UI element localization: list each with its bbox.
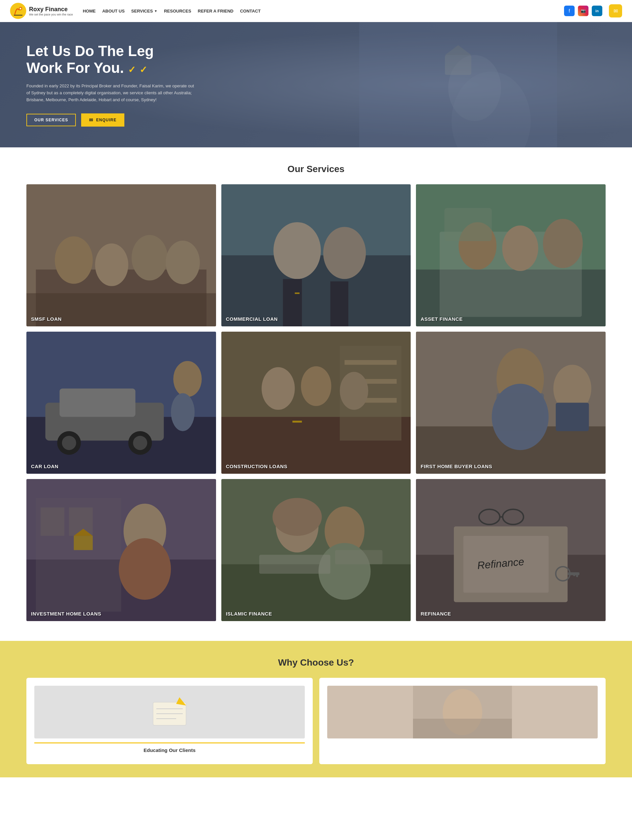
nav-refer[interactable]: REFER A FRIEND <box>198 9 234 14</box>
chevron-down-icon: ▼ <box>154 9 157 13</box>
svg-rect-5 <box>445 55 471 75</box>
logo-name: Roxy Finance <box>29 6 73 13</box>
refinance-label: REFINANCE <box>421 611 451 616</box>
hero-description: Founded in early 2022 by its Principal B… <box>26 83 198 103</box>
hero-decorative-image <box>284 22 632 147</box>
nav-about[interactable]: ABOUT US <box>102 9 125 14</box>
linkedin-icon[interactable]: in <box>592 6 602 16</box>
hero-section: Let Us Do The Leg Work For You. ✓ ✓ Foun… <box>0 22 632 147</box>
construction-label: CONSTRUCTION LOANS <box>226 464 288 469</box>
investment-label: INVESTMENT HOME LOANS <box>31 611 101 616</box>
asset-label: ASSET FINANCE <box>421 316 463 322</box>
islamic-overlay <box>221 479 411 621</box>
why-card-educating: Educating Our Clients <box>26 678 313 764</box>
why-card-image <box>34 686 305 739</box>
enquire-button[interactable]: ✉ ENQUIRE <box>81 114 124 126</box>
logo-tagline: We set the pace you win the race <box>29 13 73 16</box>
service-card-construction[interactable]: CONSTRUCTION LOANS <box>221 332 411 474</box>
service-card-smsf[interactable]: SMSF LOAN <box>26 184 216 326</box>
islamic-label: ISLAMIC FINANCE <box>226 611 272 616</box>
hero-buttons: OUR SERVICES ✉ ENQUIRE <box>26 114 198 126</box>
why-image2-svg <box>327 686 598 739</box>
service-card-car[interactable]: CAR LOAN <box>26 332 216 474</box>
why-section: Why Choose Us? Educating Our Clients <box>0 641 632 777</box>
instagram-icon[interactable]: 📷 <box>578 6 588 16</box>
nav-home[interactable]: HOME <box>83 9 96 14</box>
commercial-overlay <box>221 184 411 326</box>
smsf-label: SMSF LOAN <box>31 316 62 322</box>
svg-rect-92 <box>413 719 512 739</box>
why-card-image2 <box>319 678 606 764</box>
nav-resources[interactable]: RESOURCES <box>164 9 191 14</box>
asset-overlay <box>416 184 606 326</box>
car-label: CAR LOAN <box>31 464 59 469</box>
navbar: Roxy Finance We set the pace you win the… <box>0 0 632 22</box>
service-card-islamic[interactable]: ISLAMIC FINANCE <box>221 479 411 621</box>
construction-overlay <box>221 332 411 474</box>
service-card-firsthome[interactable]: FIRST HOME BUYER LOANS <box>416 332 606 474</box>
why-card-image2-placeholder <box>327 686 598 739</box>
hero-checkmarks: ✓ ✓ <box>128 60 147 76</box>
logo-text: Roxy Finance We set the pace you win the… <box>29 6 73 16</box>
hero-title: Let Us Do The Leg Work For You. ✓ ✓ <box>26 43 198 76</box>
hero-content: Let Us Do The Leg Work For You. ✓ ✓ Foun… <box>26 43 198 126</box>
refinance-overlay <box>416 479 606 621</box>
nav-links: HOME ABOUT US SERVICES ▼ RESOURCES REFER… <box>83 9 564 14</box>
logo[interactable]: Roxy Finance We set the pace you win the… <box>10 3 73 19</box>
smsf-overlay <box>26 184 216 326</box>
service-card-refinance[interactable]: Refinance REFINANCE <box>416 479 606 621</box>
facebook-icon[interactable]: f <box>564 6 575 16</box>
service-card-commercial[interactable]: COMMERCIAL LOAN <box>221 184 411 326</box>
commercial-label: COMMERCIAL LOAN <box>226 316 278 322</box>
envelope-icon: ✉ <box>89 117 93 123</box>
firsthome-label: FIRST HOME BUYER LOANS <box>421 464 492 469</box>
social-links: f 📷 in ✉ <box>564 4 622 17</box>
logo-icon <box>10 3 26 19</box>
firsthome-overlay <box>416 332 606 474</box>
our-services-button[interactable]: OUR SERVICES <box>26 114 76 126</box>
why-card-educating-title: Educating Our Clients <box>34 742 305 753</box>
checkmark-icon-1: ✓ <box>128 65 136 75</box>
service-card-asset[interactable]: ASSET FINANCE <box>416 184 606 326</box>
investment-overlay <box>26 479 216 621</box>
why-title: Why Choose Us? <box>26 657 606 668</box>
why-cards: Educating Our Clients <box>26 678 606 764</box>
educating-icon <box>150 696 189 729</box>
checkmark-icon-2: ✓ <box>139 65 147 75</box>
email-button[interactable]: ✉ <box>609 4 622 17</box>
nav-services[interactable]: SERVICES ▼ <box>131 9 157 14</box>
services-section: Our Services SMSF LOAN <box>0 147 632 641</box>
car-overlay <box>26 332 216 474</box>
services-grid: SMSF LOAN COMMERCIAL LOAN <box>26 184 606 621</box>
svg-point-0 <box>10 3 26 19</box>
services-title: Our Services <box>26 164 606 174</box>
nav-contact[interactable]: CONTACT <box>240 9 261 14</box>
service-card-investment[interactable]: INVESTMENT HOME LOANS <box>26 479 216 621</box>
